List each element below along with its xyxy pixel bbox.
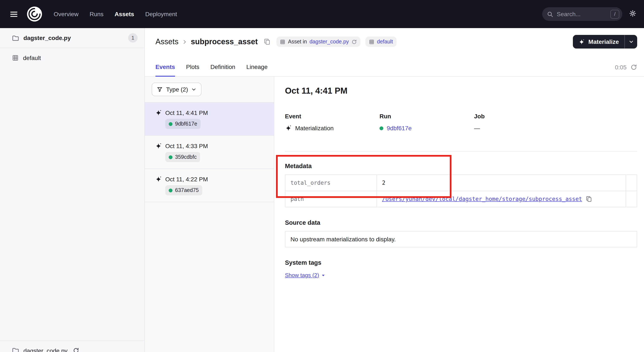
metadata-heading: Metadata bbox=[285, 163, 637, 169]
events-filter-bar: Type (2) bbox=[145, 77, 274, 103]
run-status-dot bbox=[169, 188, 172, 192]
run-id-link[interactable]: 9dbf617e bbox=[387, 125, 412, 131]
event-list-item[interactable]: Oct 11, 4:33 PM 359cdbfc bbox=[145, 136, 274, 169]
copy-icon bbox=[264, 38, 270, 45]
hamburger-menu-button[interactable] bbox=[6, 6, 21, 22]
folder-icon bbox=[12, 347, 19, 352]
chevron-down-icon bbox=[192, 87, 196, 92]
section-divider bbox=[285, 151, 637, 152]
reload-definitions-button[interactable] bbox=[352, 39, 357, 44]
event-list-item[interactable]: Oct 11, 4:22 PM 637aed75 bbox=[145, 169, 274, 202]
run-id: 9dbf617e bbox=[175, 121, 197, 127]
run-tag[interactable]: 359cdbfc bbox=[165, 152, 200, 162]
system-tags-heading: System tags bbox=[285, 259, 637, 266]
chevron-down-icon bbox=[628, 39, 634, 44]
events-list-panel: Type (2) Oct 11, 4:41 PM bbox=[145, 77, 274, 352]
event-detail-panel: Oct 11, 4:41 PM Event Materialization bbox=[274, 77, 644, 352]
asset-in-prefix: Asset in bbox=[288, 39, 307, 45]
filter-icon bbox=[157, 86, 163, 92]
search-input[interactable] bbox=[557, 11, 607, 17]
tab-definition[interactable]: Definition bbox=[210, 63, 235, 77]
group-label: default bbox=[23, 54, 41, 61]
run-status-dot bbox=[169, 122, 172, 126]
metadata-value: /Users/yuhan/dev/local/dagster_home/stor… bbox=[377, 191, 626, 207]
materialization-icon bbox=[155, 176, 162, 183]
event-timestamp-row: Oct 11, 4:22 PM bbox=[155, 176, 267, 183]
event-info-block: Event Materialization bbox=[285, 113, 380, 131]
materialization-icon bbox=[155, 143, 162, 149]
asset-sidebar: dagster_code.py 1 default dagster_code.p… bbox=[0, 28, 145, 352]
run-info-block: Run 9dbf617e bbox=[380, 113, 474, 131]
show-tags-label: Show tags (2) bbox=[285, 272, 319, 278]
copy-path-button[interactable] bbox=[586, 196, 592, 202]
event-label: Event bbox=[285, 113, 380, 120]
run-status-dot bbox=[169, 155, 172, 159]
type-filter-label: Type (2) bbox=[166, 86, 188, 93]
metadata-row: path /Users/yuhan/dev/local/dagster_home… bbox=[285, 191, 637, 207]
tab-events[interactable]: Events bbox=[156, 63, 175, 77]
run-tag[interactable]: 637aed75 bbox=[165, 185, 202, 195]
materialize-options-button[interactable] bbox=[624, 35, 637, 48]
copy-icon bbox=[586, 196, 592, 202]
nav-item-deployment[interactable]: Deployment bbox=[145, 11, 177, 17]
gear-icon bbox=[629, 10, 636, 17]
dagster-logo[interactable] bbox=[26, 6, 42, 22]
run-id: 359cdbfc bbox=[175, 154, 196, 160]
nav-item-runs[interactable]: Runs bbox=[90, 11, 104, 17]
nav-item-overview[interactable]: Overview bbox=[54, 11, 78, 17]
search-icon bbox=[547, 11, 553, 17]
show-tags-toggle[interactable]: Show tags (2) bbox=[285, 272, 326, 278]
event-type-value: Materialization bbox=[295, 125, 334, 131]
app-window: Overview Runs Assets Deployment / bbox=[0, 0, 644, 352]
chevron-down-icon bbox=[321, 273, 326, 277]
breadcrumb-separator-icon bbox=[182, 39, 188, 44]
type-filter-button[interactable]: Type (2) bbox=[152, 83, 202, 96]
metadata-path-link[interactable]: /Users/yuhan/dev/local/dagster_home/stor… bbox=[382, 196, 582, 202]
job-label: Job bbox=[474, 113, 568, 120]
page-title: subprocess_asset bbox=[191, 37, 258, 46]
nav-item-assets[interactable]: Assets bbox=[114, 11, 134, 17]
tab-plots[interactable]: Plots bbox=[186, 63, 199, 77]
group-tag: default bbox=[366, 37, 396, 47]
asset-count-badge: 1 bbox=[128, 33, 138, 42]
breadcrumb: Assets subprocess_asset bbox=[156, 37, 258, 46]
asset-group-icon bbox=[369, 39, 374, 44]
app-shell: dagster_code.py 1 default dagster_code.p… bbox=[0, 28, 644, 352]
sidebar-item-group-default[interactable]: default bbox=[0, 48, 144, 68]
folder-icon bbox=[12, 34, 19, 41]
global-search[interactable]: / bbox=[542, 7, 622, 21]
event-list-item[interactable]: Oct 11, 4:41 PM 9dbf617e bbox=[145, 103, 274, 136]
main-panel: Assets subprocess_asset Asset in bbox=[145, 28, 644, 352]
page-header: Assets subprocess_asset Asset in bbox=[145, 28, 644, 55]
materialization-icon bbox=[285, 125, 292, 131]
run-label: Run bbox=[380, 113, 474, 120]
materialize-split-button: Materialize bbox=[573, 35, 637, 48]
run-tag[interactable]: 9dbf617e bbox=[165, 119, 200, 129]
metadata-key: path bbox=[285, 191, 377, 207]
event-timestamp-row: Oct 11, 4:41 PM bbox=[155, 109, 267, 116]
asset-in-tag: Asset in dagster_code.py bbox=[276, 37, 360, 47]
breadcrumb-assets-link[interactable]: Assets bbox=[156, 37, 178, 46]
search-shortcut-key: / bbox=[610, 9, 619, 18]
job-info-block: Job — bbox=[474, 113, 568, 131]
group-tag-link[interactable]: default bbox=[377, 39, 393, 45]
asset-in-code-location-link[interactable]: dagster_code.py bbox=[310, 39, 349, 45]
refresh-icon bbox=[630, 64, 637, 71]
source-data-empty-message: No upstream materializations to display. bbox=[285, 231, 637, 247]
sidebar-item-code-location[interactable]: dagster_code.py 1 bbox=[0, 28, 144, 48]
materialize-button[interactable]: Materialize bbox=[573, 35, 624, 48]
metadata-row: total_orders 2 bbox=[285, 175, 637, 191]
event-timestamp: Oct 11, 4:41 PM bbox=[165, 109, 208, 116]
source-data-heading: Source data bbox=[285, 219, 637, 226]
sidebar-footer-code-location[interactable]: dagster_code.py bbox=[0, 341, 144, 352]
copy-asset-name-button[interactable] bbox=[263, 37, 271, 46]
footer-code-location-label: dagster_code.py bbox=[24, 347, 68, 352]
events-content: Type (2) Oct 11, 4:41 PM bbox=[145, 77, 644, 352]
event-detail-heading: Oct 11, 4:41 PM bbox=[285, 86, 637, 96]
tab-lineage[interactable]: Lineage bbox=[246, 63, 268, 77]
reload-code-location-button[interactable] bbox=[72, 347, 80, 352]
settings-button[interactable] bbox=[629, 10, 636, 18]
materialization-icon bbox=[155, 109, 162, 116]
metadata-actions-cell bbox=[626, 175, 637, 191]
refresh-button[interactable] bbox=[630, 64, 637, 71]
